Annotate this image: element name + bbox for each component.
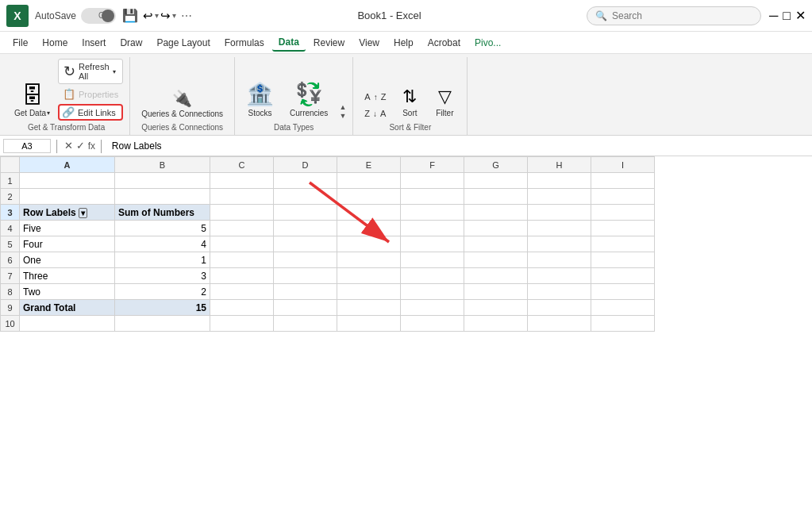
redo-dropdown[interactable]: ▾ <box>172 11 176 20</box>
cell-b8[interactable]: 2 <box>115 284 210 300</box>
properties-button[interactable]: 📋 Properties <box>58 86 123 102</box>
cell-e7[interactable] <box>337 268 401 284</box>
cell-c4[interactable] <box>210 221 274 236</box>
cell-reference[interactable]: A3 <box>3 139 51 153</box>
cell-d5[interactable] <box>274 236 337 252</box>
cell-b9[interactable]: 15 <box>115 300 210 316</box>
filter-button[interactable]: ▽ Filter <box>429 83 460 121</box>
cell-c5[interactable] <box>210 236 274 252</box>
row-header-9[interactable]: 9 <box>1 300 20 316</box>
cell-a2[interactable] <box>20 189 115 205</box>
cell-f7[interactable] <box>401 268 464 284</box>
cell-a9[interactable]: Grand Total <box>20 300 115 316</box>
cell-d10[interactable] <box>274 316 337 332</box>
cell-g10[interactable] <box>464 316 528 332</box>
cell-f10[interactable] <box>401 316 464 332</box>
redo-button[interactable]: ↪ <box>160 9 171 23</box>
cell-i6[interactable] <box>591 252 655 268</box>
cell-e10[interactable] <box>337 316 401 332</box>
spreadsheet-area[interactable]: A B C D E F G H I 1 <box>0 156 812 511</box>
cell-h10[interactable] <box>528 316 591 332</box>
cell-a8[interactable]: Two <box>20 284 115 300</box>
scroll-down-arrow[interactable]: ▼ <box>339 112 346 121</box>
cell-h1[interactable] <box>528 173 591 189</box>
cell-i4[interactable] <box>591 221 655 236</box>
scroll-up-arrow[interactable]: ▲ <box>339 103 346 112</box>
cell-e2[interactable] <box>337 189 401 205</box>
col-header-g[interactable]: G <box>464 157 528 173</box>
row-header-6[interactable]: 6 <box>1 252 20 268</box>
menu-file[interactable]: File <box>6 35 34 51</box>
cell-i5[interactable] <box>591 236 655 252</box>
cell-d2[interactable] <box>274 189 337 205</box>
undo-dropdown[interactable]: ▾ <box>155 11 159 20</box>
col-header-e[interactable]: E <box>337 157 401 173</box>
cell-f9[interactable] <box>401 300 464 316</box>
queries-connections-button[interactable]: 🔌 Queries & Connections <box>137 86 228 121</box>
row-header-3[interactable]: 3 <box>1 205 20 221</box>
col-header-b[interactable]: B <box>115 157 210 173</box>
cell-e1[interactable] <box>337 173 401 189</box>
cell-c9[interactable] <box>210 300 274 316</box>
search-box[interactable]: 🔍 <box>587 6 761 25</box>
cell-g1[interactable] <box>464 173 528 189</box>
cell-g9[interactable] <box>464 300 528 316</box>
col-header-h[interactable]: H <box>528 157 591 173</box>
cell-f3[interactable] <box>401 205 464 221</box>
confirm-formula-icon[interactable]: ✓ <box>76 140 85 152</box>
col-header-i[interactable]: I <box>591 157 655 173</box>
cell-e8[interactable] <box>337 284 401 300</box>
col-header-c[interactable]: C <box>210 157 274 173</box>
cell-e5[interactable] <box>337 236 401 252</box>
cell-e4[interactable] <box>337 221 401 236</box>
menu-data[interactable]: Data <box>272 34 306 52</box>
sort-za-button[interactable]: Z ↓ A <box>360 106 391 121</box>
cell-g8[interactable] <box>464 284 528 300</box>
row-header-8[interactable]: 8 <box>1 284 20 300</box>
cell-a6[interactable]: One <box>20 252 115 268</box>
cell-b10[interactable] <box>115 316 210 332</box>
row-header-5[interactable]: 5 <box>1 236 20 252</box>
cell-i7[interactable] <box>591 268 655 284</box>
search-input[interactable] <box>612 10 739 21</box>
cell-b6[interactable]: 1 <box>115 252 210 268</box>
cell-c8[interactable] <box>210 284 274 300</box>
cell-c7[interactable] <box>210 268 274 284</box>
cell-a3[interactable]: Row Labels ▾ <box>20 205 115 221</box>
cancel-formula-icon[interactable]: ✕ <box>64 140 73 152</box>
cell-a4[interactable]: Five <box>20 221 115 236</box>
cell-h5[interactable] <box>528 236 591 252</box>
cell-d3[interactable] <box>274 205 337 221</box>
customize-qat-button[interactable]: ⋯ <box>181 10 192 22</box>
cell-g2[interactable] <box>464 189 528 205</box>
cell-c2[interactable] <box>210 189 274 205</box>
cell-g6[interactable] <box>464 252 528 268</box>
cell-b2[interactable] <box>115 189 210 205</box>
menu-pivo[interactable]: Pivo... <box>468 35 507 51</box>
cell-i3[interactable] <box>591 205 655 221</box>
menu-review[interactable]: Review <box>307 35 351 51</box>
refresh-all-button[interactable]: ↻ RefreshAll ▾ <box>58 59 123 84</box>
cell-d8[interactable] <box>274 284 337 300</box>
cell-f1[interactable] <box>401 173 464 189</box>
menu-draw[interactable]: Draw <box>114 35 148 51</box>
col-header-f[interactable]: F <box>401 157 464 173</box>
cell-d7[interactable] <box>274 268 337 284</box>
cell-b3[interactable]: Sum of Numbers <box>115 205 210 221</box>
cell-a5[interactable]: Four <box>20 236 115 252</box>
cell-f8[interactable] <box>401 284 464 300</box>
cell-h7[interactable] <box>528 268 591 284</box>
cell-c1[interactable] <box>210 173 274 189</box>
sort-button[interactable]: ⇅ Sort <box>394 83 425 121</box>
stocks-button[interactable]: 🏦 Stocks <box>241 78 279 121</box>
cell-i9[interactable] <box>591 300 655 316</box>
cell-b5[interactable]: 4 <box>115 236 210 252</box>
cell-f4[interactable] <box>401 221 464 236</box>
cell-i1[interactable] <box>591 173 655 189</box>
cell-c10[interactable] <box>210 316 274 332</box>
col-header-d[interactable]: D <box>274 157 337 173</box>
menu-acrobat[interactable]: Acrobat <box>421 35 467 51</box>
cell-i10[interactable] <box>591 316 655 332</box>
cell-f5[interactable] <box>401 236 464 252</box>
row-header-2[interactable]: 2 <box>1 189 20 205</box>
